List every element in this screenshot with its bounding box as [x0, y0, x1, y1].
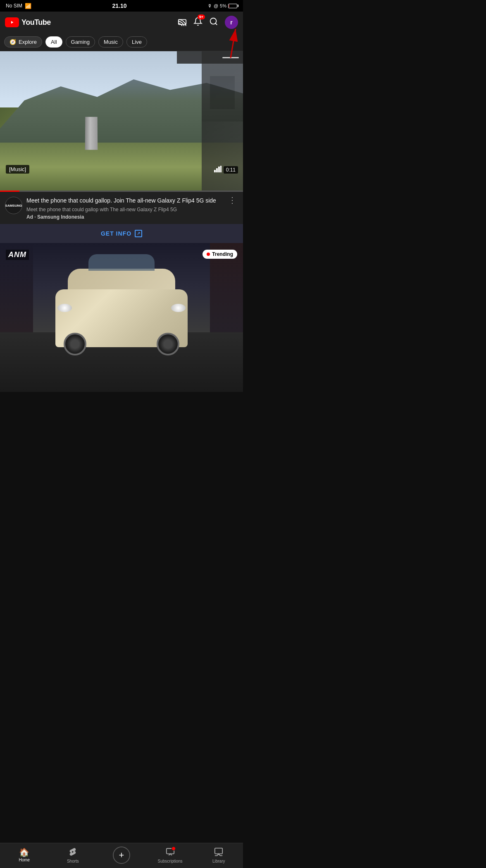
live-pill[interactable]: Live [126, 36, 147, 48]
thumbnail-bg [0, 51, 243, 192]
music-pill[interactable]: Music [98, 36, 123, 48]
youtube-logo-icon [5, 17, 19, 27]
svg-rect-7 [216, 168, 218, 172]
trending-label: Trending [212, 251, 233, 257]
video-1-more-button[interactable]: ⋮ [226, 195, 238, 205]
status-left: No SIM 📶 [6, 3, 31, 9]
country-name: Indonesia [61, 214, 84, 220]
svg-marker-0 [11, 21, 13, 24]
battery-icon [228, 4, 237, 8]
main-content: [Music] 0:11 SAMSUNG Meet the phone that… [0, 51, 243, 421]
svg-rect-8 [218, 167, 220, 172]
header: YouTube 9+ r [0, 12, 243, 33]
video-progress-bar [0, 191, 243, 192]
video-1-thumbnail[interactable]: [Music] 0:11 [0, 51, 243, 192]
thumb-topbar [177, 51, 243, 64]
explore-pill[interactable]: 🧭 Explore [4, 36, 42, 48]
video-2-thumbnail[interactable]: ANM Trending [0, 243, 243, 392]
car-window [88, 254, 155, 271]
trending-badge: Trending [202, 250, 237, 259]
car-body [55, 289, 188, 347]
video-1-title: Meet the phone that could gallop. Join T… [26, 197, 222, 205]
svg-point-2 [210, 18, 217, 24]
mic-icon: 🎙 [207, 3, 212, 8]
svg-rect-6 [214, 170, 216, 172]
compass-icon: 🧭 [10, 39, 16, 45]
svg-rect-9 [220, 166, 222, 172]
play-icon [9, 19, 15, 26]
live-label: Live [132, 39, 142, 45]
notification-badge: 9+ [198, 14, 205, 19]
at-icon: @ [214, 3, 218, 8]
battery-label: 5% [220, 3, 226, 8]
car-wheel-right [157, 333, 179, 355]
gaming-pill[interactable]: Gaming [66, 36, 95, 48]
channel-initials: SAMSUNG [5, 204, 22, 207]
get-info-button[interactable]: GET INFO [101, 230, 142, 237]
header-actions: 9+ r [178, 16, 238, 29]
all-label: All [51, 39, 57, 45]
external-link-icon [135, 230, 142, 237]
explore-label: Explore [19, 39, 37, 45]
all-pill[interactable]: All [45, 36, 62, 48]
samsung-channel-avatar[interactable]: SAMSUNG [5, 197, 22, 214]
progress-fill [0, 191, 19, 192]
avatar-initial: r [230, 19, 232, 26]
music-genre-label: [Music] [6, 165, 29, 174]
user-avatar[interactable]: r [225, 16, 238, 29]
music-label: Music [104, 39, 118, 45]
logo[interactable]: YouTube [5, 17, 51, 27]
gaming-label: Gaming [71, 39, 90, 45]
status-bar: No SIM 📶 21.10 🎙 @ 5% [0, 0, 243, 12]
wifi-icon: 📶 [25, 3, 31, 9]
car-headlight-right [171, 304, 186, 312]
status-time: 21.10 [112, 2, 126, 9]
get-info-bar: GET INFO [0, 224, 243, 243]
cast-button[interactable] [178, 17, 187, 28]
video-2-section: ANM Trending [0, 243, 243, 392]
anm-channel-logo: ANM [6, 250, 29, 260]
video-1-info: SAMSUNG Meet the phone that could gallop… [0, 192, 243, 224]
video-1-section: [Music] 0:11 SAMSUNG Meet the phone that… [0, 51, 243, 243]
ad-label: Ad [26, 214, 33, 220]
separator: · [34, 214, 37, 220]
status-right: 🎙 @ 5% [207, 3, 237, 8]
video-1-meta: Meet the phone that could gallop. Join T… [26, 197, 222, 220]
video-1-ad-info: Ad · Samsung Indonesia [26, 214, 222, 220]
notifications-button[interactable]: 9+ [193, 17, 202, 28]
channel-name: Samsung [37, 214, 60, 220]
category-bar: 🧭 Explore All Gaming Music Live [0, 33, 243, 51]
car-headlight-left [57, 304, 72, 312]
get-info-label: GET INFO [101, 230, 131, 237]
video-duration: 0:11 [224, 166, 238, 174]
monolith-object [85, 117, 98, 150]
search-button[interactable] [209, 17, 218, 28]
quality-icon [214, 166, 222, 174]
video-1-subtitle: Meet the phone that could gallop with Th… [26, 207, 222, 212]
svg-line-3 [215, 23, 217, 25]
car-scene [0, 243, 243, 392]
carrier-label: No SIM [6, 3, 22, 9]
logo-text: YouTube [21, 18, 51, 27]
car-wheel-left [64, 333, 86, 355]
trending-dot [207, 253, 210, 256]
